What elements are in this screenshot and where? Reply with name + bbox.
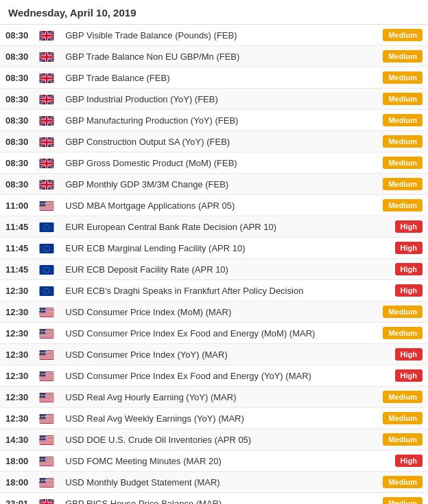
- event-time: 11:00: [0, 195, 34, 216]
- badge: Medium: [383, 93, 423, 105]
- svg-rect-145: [40, 483, 54, 483]
- badge: Medium: [383, 497, 423, 504]
- badge: Medium: [383, 412, 423, 424]
- badge: Medium: [383, 199, 423, 211]
- table-row: 11:45 ★★★★★★★★★★★★ EUR European Central …: [0, 216, 428, 238]
- event-flag: ★★★★★★★★★★★★: [34, 216, 60, 238]
- svg-rect-118: [40, 419, 54, 420]
- badge: Medium: [383, 114, 423, 126]
- event-time: 11:45: [0, 238, 34, 259]
- importance-badge: Medium: [377, 174, 428, 195]
- event-description: USD Monthly Budget Statement (MAR): [60, 472, 377, 493]
- event-description: EUR ECB's Draghi Speaks in Frankfurt Aft…: [60, 280, 377, 301]
- importance-badge: Medium: [377, 89, 428, 110]
- importance-badge: Medium: [377, 110, 428, 131]
- event-flag: ★★★★★★★★★★★★: [34, 280, 60, 301]
- table-row: 08:30 GBP Monthly GDP 3M/3M Change (FEB)…: [0, 174, 428, 195]
- importance-badge: Medium: [377, 472, 428, 493]
- event-flag: ★★★★★★★★★★★★: [34, 238, 60, 259]
- badge: Medium: [383, 71, 423, 84]
- event-time: 12:30: [0, 280, 34, 301]
- event-description: USD Consumer Price Index (MoM) (MAR): [60, 301, 377, 323]
- svg-rect-101: [40, 378, 54, 378]
- badge: Medium: [383, 391, 423, 403]
- importance-badge: Medium: [377, 67, 428, 89]
- event-flag: ★★★: [34, 429, 60, 450]
- event-flag: ★★★: [34, 195, 60, 216]
- event-time: 12:30: [0, 323, 34, 344]
- svg-text:★★★: ★★★: [39, 415, 47, 418]
- event-flag: [34, 89, 60, 110]
- badge: High: [395, 220, 423, 233]
- importance-badge: High: [377, 216, 428, 238]
- event-description: USD Consumer Price Index Ex Food and Ene…: [60, 323, 377, 344]
- svg-rect-147: [40, 485, 54, 486]
- svg-rect-13: [40, 207, 54, 208]
- importance-badge: Medium: [377, 131, 428, 152]
- svg-rect-129: [40, 443, 54, 444]
- table-row: 08:30 GBP Trade Balance (FEB) Medium: [0, 67, 428, 89]
- svg-text:★★★: ★★★: [39, 373, 47, 376]
- event-description: GBP Construction Output SA (YoY) (FEB): [60, 131, 377, 152]
- importance-badge: High: [377, 365, 428, 387]
- event-description: USD Consumer Price Index Ex Food and Ene…: [60, 365, 377, 387]
- svg-rect-127: [40, 440, 54, 441]
- event-flag: ★★★★★★★★★★★★: [34, 259, 60, 280]
- svg-rect-138: [40, 464, 54, 465]
- table-row: 08:30 GBP Gross Domestic Product (MoM) (…: [0, 152, 428, 174]
- event-flag: ★★★: [34, 387, 60, 408]
- event-flag: ★★★: [34, 472, 60, 493]
- importance-badge: High: [377, 450, 428, 472]
- badge: Medium: [383, 178, 423, 190]
- event-flag: ★★★: [34, 323, 60, 344]
- event-time: 14:30: [0, 429, 34, 450]
- event-description: GBP Gross Domestic Product (MoM) (FEB): [60, 152, 377, 174]
- table-row: 08:30 GBP Visible Trade Balance (Pounds)…: [0, 25, 428, 46]
- event-flag: [34, 25, 60, 46]
- event-time: 12:30: [0, 344, 34, 365]
- svg-text:★★★: ★★★: [39, 352, 47, 354]
- event-description: USD Consumer Price Index (YoY) (MAR): [60, 344, 377, 365]
- svg-rect-109: [40, 398, 54, 398]
- svg-rect-74: [40, 314, 54, 314]
- badge: High: [395, 242, 423, 254]
- importance-badge: Medium: [377, 323, 428, 344]
- event-time: 08:30: [0, 67, 34, 89]
- importance-badge: Medium: [377, 408, 428, 429]
- badge: Medium: [383, 476, 423, 488]
- event-description: GBP Visible Trade Balance (Pounds) (FEB): [60, 25, 377, 46]
- event-flag: ★★★: [34, 344, 60, 365]
- table-row: 12:30 ★★★★★★★★★★★★ EUR ECB's Draghi Spea…: [0, 280, 428, 301]
- table-row: 12:30 ★★★ USD Consumer Price Index (MoM)…: [0, 301, 428, 323]
- event-time: 18:00: [0, 472, 34, 493]
- badge: Medium: [383, 50, 423, 62]
- event-time: 12:30: [0, 387, 34, 408]
- importance-badge: Medium: [377, 195, 428, 216]
- table-row: 11:45 ★★★★★★★★★★★★ EUR ECB Deposit Facil…: [0, 259, 428, 280]
- svg-text:★★★: ★★★: [39, 394, 47, 397]
- svg-rect-137: [40, 463, 54, 463]
- svg-text:★★★: ★★★: [39, 330, 47, 333]
- badge: High: [395, 455, 423, 467]
- importance-badge: Medium: [377, 493, 428, 505]
- svg-rect-120: [40, 422, 54, 422]
- badge: Medium: [383, 327, 423, 339]
- event-time: 08:30: [0, 89, 34, 110]
- svg-rect-136: [40, 461, 54, 462]
- event-flag: ★★★: [34, 408, 60, 429]
- badge: High: [395, 263, 423, 275]
- svg-rect-119: [40, 420, 54, 421]
- svg-text:★★★: ★★★: [39, 309, 47, 312]
- event-description: GBP Trade Balance Non EU GBP/Mn (FEB): [60, 46, 377, 67]
- importance-badge: High: [377, 344, 428, 365]
- event-time: 08:30: [0, 174, 34, 195]
- svg-rect-73: [40, 312, 54, 313]
- svg-rect-82: [40, 334, 54, 334]
- svg-rect-12: [40, 206, 54, 207]
- svg-text:★★★: ★★★: [39, 203, 47, 205]
- importance-badge: High: [377, 238, 428, 259]
- badge: High: [395, 284, 423, 297]
- event-flag: [34, 110, 60, 131]
- event-time: 12:30: [0, 408, 34, 429]
- event-flag: [34, 493, 60, 505]
